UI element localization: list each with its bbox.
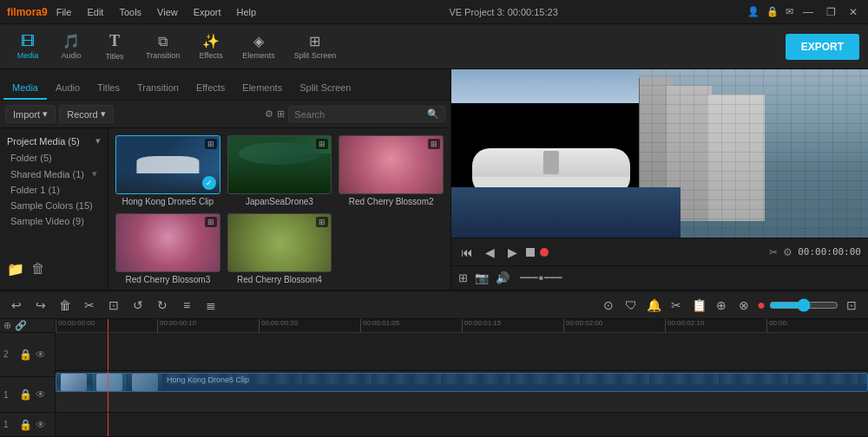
redo-button[interactable]: ↪ <box>31 298 50 312</box>
track-eye-2[interactable]: 👁 <box>36 349 46 361</box>
menu-view[interactable]: View <box>154 5 181 19</box>
sidebar-item-sample-video[interactable]: Sample Video (9) <box>0 213 108 229</box>
layout-icon[interactable]: ⊞ <box>458 271 468 284</box>
tab-audio[interactable]: Audio <box>47 77 89 100</box>
toolbar-item-audio[interactable]: 🎵 Audio <box>52 29 90 63</box>
scissors-icon[interactable]: ✂ <box>769 246 778 258</box>
toolbar-item-effects[interactable]: ✨ Effects <box>192 29 230 63</box>
track-label-1: 1 🔒 👁 <box>0 377 55 413</box>
lock-icon[interactable]: 🔒 <box>766 6 779 17</box>
media-item-drone5[interactable]: ⊞ ✓ Hong Kong Drone5 Clip <box>115 135 220 206</box>
toolbar-item-elements[interactable]: ◈ Elements <box>235 29 282 63</box>
tab-titles[interactable]: Titles <box>89 77 128 100</box>
sidebar-item-shared[interactable]: Shared Media (1) ▾ <box>0 166 108 182</box>
track-eye-audio[interactable]: 👁 <box>36 419 46 431</box>
toolbar-item-splitscreen[interactable]: ⊞ Split Screen <box>287 29 344 63</box>
play-button[interactable]: ▶ <box>503 245 521 259</box>
project-media-header: Project Media (5) ▾ <box>0 132 108 150</box>
export-button[interactable]: EXPORT <box>786 34 859 60</box>
user-icon[interactable]: 👤 <box>747 6 760 17</box>
fit-icon[interactable]: ⊡ <box>842 298 861 312</box>
media-item-cherry4[interactable]: ⊞ Red Cherry Blossom4 <box>227 213 332 284</box>
toolbar-item-media[interactable]: 🎞 Media <box>9 30 47 63</box>
tab-elements[interactable]: Elements <box>233 77 291 100</box>
video-clip-1[interactable]: Hong Kong Drone5 Clip <box>56 373 868 392</box>
add-folder-icon[interactable]: 📁 <box>7 261 24 277</box>
search-box[interactable]: 🔍 <box>288 106 445 122</box>
audio-button[interactable]: ≣ <box>201 298 220 312</box>
left-toolbar: Import ▾ Record ▾ ⚙ ⊞ 🔍 <box>0 101 450 128</box>
timeline-ruler[interactable]: 00:00:00:00 00:00:00:10 00:00:00:20 00:0… <box>56 319 868 333</box>
minimize-button[interactable]: — <box>800 6 816 18</box>
prev-frame-button[interactable]: ⏮ <box>458 245 476 259</box>
menu-edit[interactable]: Edit <box>83 5 107 19</box>
record-dot[interactable] <box>540 248 549 257</box>
import-button[interactable]: Import ▾ <box>5 105 56 123</box>
import-label: Import <box>13 109 40 120</box>
crop-button[interactable]: ⊡ <box>104 298 123 312</box>
tab-splitscreen[interactable]: Split Screen <box>291 77 359 100</box>
add-track-icon[interactable]: ⊕ <box>712 298 731 312</box>
tab-effects[interactable]: Effects <box>187 77 233 100</box>
track-lock-1[interactable]: 🔒 <box>19 388 32 401</box>
menu-bar: File Edit Tools View Export Help <box>53 5 260 19</box>
track-2-area[interactable] <box>56 333 868 372</box>
audio-track-area[interactable] <box>56 413 868 437</box>
track-labels: ⊕ 🔗 2 🔒 👁 1 🔒 👁 1 🔒 👁 <box>0 319 56 437</box>
delete-icon[interactable]: 🗑 <box>31 261 45 277</box>
tab-transition[interactable]: Transition <box>128 77 187 100</box>
notification-icon[interactable]: 🔔 <box>644 298 663 312</box>
delete-button[interactable]: 🗑 <box>56 298 75 312</box>
camera-icon[interactable]: 📷 <box>475 271 489 284</box>
tab-media[interactable]: Media <box>3 77 47 100</box>
shield-icon[interactable]: 🛡 <box>621 298 641 312</box>
maximize-button[interactable]: ❐ <box>823 6 838 18</box>
add-video-track-icon[interactable]: ⊕ <box>3 320 11 331</box>
filter-icon[interactable]: ⚙ <box>265 108 273 120</box>
mail-icon[interactable]: ✉ <box>786 6 793 17</box>
stop-button[interactable] <box>526 248 535 257</box>
media-item-cherry2[interactable]: ⊞ Red Cherry Blossom2 <box>339 135 444 206</box>
cut-button[interactable]: ✂ <box>80 298 99 312</box>
close-button[interactable]: ✕ <box>845 6 861 18</box>
toolbar-item-titles[interactable]: T Titles <box>95 29 134 64</box>
left-panel-tabs: Media Audio Titles Transition Effects El… <box>0 69 450 101</box>
settings-icon[interactable]: ⚙ <box>783 246 792 258</box>
volume-slider[interactable]: ━━━●━━━ <box>520 272 562 284</box>
record-timeline-icon[interactable]: ⊙ <box>599 298 618 312</box>
menu-file[interactable]: File <box>53 5 76 19</box>
sidebar-item-folder[interactable]: Folder (5) <box>0 150 108 166</box>
time-display: 00:00:00:00 <box>798 246 861 258</box>
sidebar-item-sample-colors[interactable]: Sample Colors (15) <box>0 198 108 213</box>
project-area: Project Media (5) ▾ Folder (5) Shared Me… <box>0 128 450 290</box>
rewind-button[interactable]: ◀ <box>481 245 498 259</box>
add-audio-track-icon[interactable]: 🔗 <box>15 320 27 331</box>
rotate-left-button[interactable]: ↺ <box>128 298 148 312</box>
menu-help[interactable]: Help <box>233 5 260 19</box>
media-item-cherry3[interactable]: ⊞ Red Cherry Blossom3 <box>115 213 220 284</box>
media-item-seadrone[interactable]: ⊞ JapanSeaDrone3 <box>227 135 332 206</box>
sidebar-collapse-icon[interactable]: ▾ <box>95 135 101 147</box>
track-eye-1[interactable]: 👁 <box>36 388 46 401</box>
track-lock-audio[interactable]: 🔒 <box>19 419 32 431</box>
clipboard-icon[interactable]: 📋 <box>689 298 708 312</box>
ruler-mark-3: 00:00:01:05 <box>360 319 462 332</box>
zoom-slider[interactable] <box>769 298 838 312</box>
remove-track-icon[interactable]: ⊗ <box>734 298 753 312</box>
sidebar-item-folder1[interactable]: Folder 1 (1) <box>0 182 108 198</box>
playhead-track2 <box>108 333 108 371</box>
track-1-area[interactable]: Hong Kong Drone5 Clip <box>56 371 868 413</box>
toolbar-item-transition[interactable]: ⧉ Transition <box>139 30 187 63</box>
volume-icon[interactable]: 🔊 <box>496 271 510 284</box>
scissors-tl-icon[interactable]: ✂ <box>667 298 686 312</box>
track-lock-2[interactable]: 🔒 <box>19 349 32 361</box>
undo-button[interactable]: ↩ <box>7 298 26 312</box>
rotate-right-button[interactable]: ↻ <box>153 298 172 312</box>
color-button[interactable]: ≡ <box>177 298 196 312</box>
grid-icon[interactable]: ⊞ <box>277 108 285 120</box>
menu-export[interactable]: Export <box>190 5 225 19</box>
audio-label: Audio <box>61 51 81 60</box>
menu-tools[interactable]: Tools <box>115 5 145 19</box>
search-input[interactable] <box>294 109 427 120</box>
record-button[interactable]: Record ▾ <box>59 105 113 123</box>
